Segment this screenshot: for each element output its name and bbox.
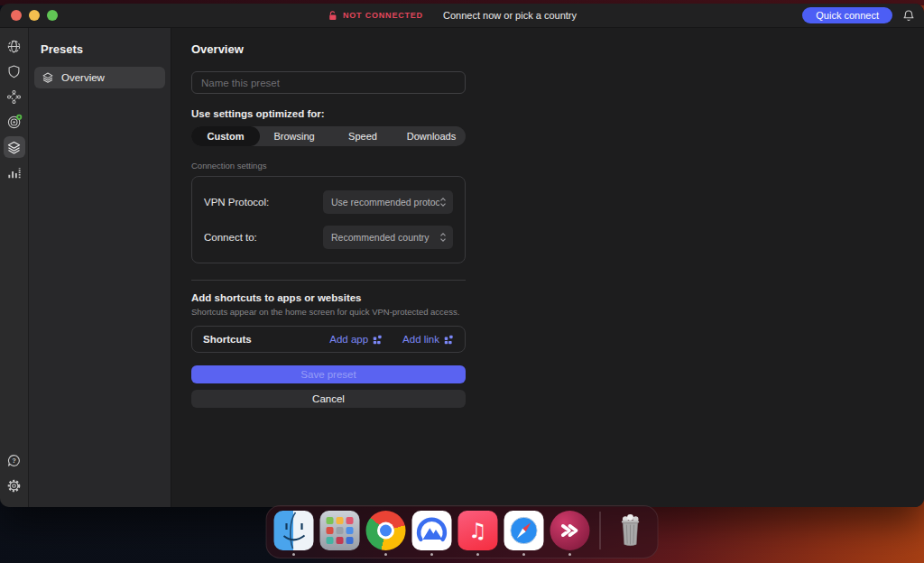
layers-icon (42, 71, 54, 84)
sidebar-item-dedicated-ip[interactable] (4, 111, 25, 133)
zoom-window-button[interactable] (47, 10, 58, 21)
vpn-protocol-dropdown[interactable]: Use recommended protocol (323, 190, 453, 214)
connection-status: NOT CONNECTED (328, 4, 423, 27)
segment-speed[interactable]: Speed (328, 126, 397, 146)
layers-icon (6, 140, 22, 155)
sidebar-item-help[interactable]: ? (4, 449, 25, 471)
vpn-protocol-label: VPN Protocol: (204, 197, 269, 208)
vpn-protocol-value: Use recommended protocol (331, 197, 439, 208)
chrome-icon (366, 511, 406, 550)
connection-status-text: NOT CONNECTED (343, 11, 423, 20)
shield-icon (6, 64, 22, 79)
svg-text:?: ? (12, 457, 16, 465)
vpn-app-window: NOT CONNECTED Connect now or pick a coun… (0, 4, 924, 507)
sidebar-item-meshnet[interactable] (4, 86, 25, 107)
dock: ♫ (266, 505, 659, 558)
shortcuts-title: Add shortcuts to apps or websites (191, 292, 466, 303)
finder-icon (274, 511, 314, 550)
add-link-button[interactable]: Add link (402, 334, 454, 345)
presets-item-label: Overview (61, 72, 105, 83)
optimized-for-segmented-control: Custom Browsing Speed Downloads (191, 126, 466, 146)
connect-to-value: Recommended country (331, 232, 439, 243)
trash-icon (611, 511, 651, 550)
presets-panel: Presets Overview (29, 28, 171, 507)
launchpad-icon (320, 511, 360, 550)
bell-icon[interactable] (902, 9, 915, 23)
sidebar-item-countries[interactable] (4, 35, 25, 57)
dock-item-trash[interactable] (611, 511, 651, 550)
shortcuts-label: Shortcuts (203, 334, 329, 345)
main-content: Overview Use settings optimized for: Cus… (171, 28, 924, 507)
dock-item-finder[interactable] (274, 511, 314, 550)
titlebar-prompt: Connect now or pick a country (443, 10, 577, 21)
dock-item-music[interactable]: ♫ (458, 511, 498, 550)
dock-separator (600, 512, 601, 549)
shortcuts-box: Shortcuts Add app Add link (191, 326, 466, 353)
music-icon: ♫ (458, 511, 498, 550)
sidebar-item-settings[interactable] (4, 475, 25, 496)
sidebar-item-presets[interactable] (4, 136, 25, 158)
add-app-label: Add app (329, 334, 368, 345)
save-preset-button[interactable]: Save preset (191, 365, 466, 383)
connect-to-label: Connect to: (204, 232, 257, 243)
help-bubble-icon: ? (6, 453, 22, 468)
add-link-label: Add link (402, 334, 439, 345)
chevron-up-down-icon (439, 197, 447, 208)
optimized-for-label: Use settings optimized for: (191, 108, 466, 119)
segment-custom[interactable]: Custom (191, 126, 260, 146)
bar-chart-icon (6, 165, 22, 180)
connect-to-dropdown[interactable]: Recommended country (323, 226, 453, 249)
globe-icon (6, 39, 22, 54)
traffic-lights (11, 10, 58, 21)
quick-connect-button[interactable]: Quick connect (802, 7, 892, 23)
mesh-network-icon (6, 89, 22, 105)
dock-item-launchpad[interactable] (320, 511, 360, 550)
sidebar-item-threat-protection[interactable] (4, 60, 25, 82)
minimize-window-button[interactable] (29, 10, 40, 21)
dock-item-safari[interactable] (504, 511, 544, 550)
add-app-button[interactable]: Add app (329, 334, 383, 345)
segment-downloads[interactable]: Downloads (397, 126, 466, 146)
sidebar-icon-rail: ? (0, 28, 29, 507)
app-grid-icon (444, 335, 454, 345)
app-grid-icon (373, 335, 383, 345)
section-divider (191, 280, 466, 281)
skitch-icon (550, 511, 590, 550)
presets-panel-title: Presets (41, 42, 165, 56)
dock-item-chrome[interactable] (366, 511, 406, 550)
cancel-button[interactable]: Cancel (191, 390, 466, 408)
titlebar: NOT CONNECTED Connect now or pick a coun… (0, 4, 924, 28)
safari-icon (504, 511, 544, 550)
presets-item-overview[interactable]: Overview (34, 67, 165, 88)
connect-to-row: Connect to: Recommended country (204, 226, 453, 249)
shortcuts-subtitle: Shortcuts appear on the home screen for … (191, 307, 466, 317)
segment-browsing[interactable]: Browsing (260, 126, 328, 146)
connection-settings-label: Connection settings (191, 161, 466, 171)
target-icon (6, 114, 23, 130)
unlocked-padlock-icon (328, 11, 337, 21)
gear-icon (6, 478, 22, 494)
nordvpn-icon (412, 511, 452, 550)
page-title: Overview (191, 42, 466, 56)
desktop: NOT CONNECTED Connect now or pick a coun… (0, 0, 924, 563)
sidebar-item-statistics[interactable] (4, 162, 25, 183)
preset-name-input[interactable] (191, 71, 466, 94)
dock-item-nordvpn[interactable] (412, 511, 452, 550)
connection-settings-box: VPN Protocol: Use recommended protocol C… (191, 176, 466, 263)
chevron-up-down-icon (439, 232, 447, 243)
close-window-button[interactable] (11, 10, 22, 21)
dock-item-skitch[interactable] (550, 511, 590, 550)
vpn-protocol-row: VPN Protocol: Use recommended protocol (204, 190, 453, 214)
